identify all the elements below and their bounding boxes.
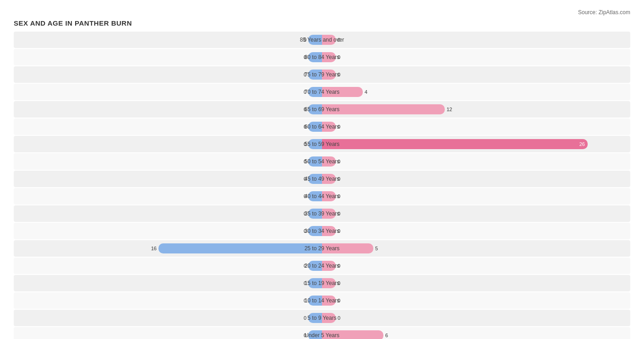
male-value: 0 xyxy=(304,280,306,286)
male-value: 0 xyxy=(304,298,306,303)
female-bar: 0 xyxy=(322,174,336,184)
right-section: 0 xyxy=(322,275,630,291)
bar-row: 0 65 to 69 Years 12 xyxy=(14,101,630,118)
male-value: 0 xyxy=(304,72,306,77)
left-section: 0 xyxy=(14,327,322,339)
male-value: 0 xyxy=(304,37,306,43)
female-bar: 0 xyxy=(322,226,336,236)
bar-row: 0 75 to 79 Years 0 xyxy=(14,66,630,83)
male-value: 0 xyxy=(304,315,306,321)
right-section: 26 xyxy=(322,136,630,152)
male-bar: 0 xyxy=(308,156,322,167)
bar-row: 0 85 Years and over 0 xyxy=(14,32,630,48)
bar-row: 0 55 to 59 Years 26 xyxy=(14,136,630,152)
right-section: 0 xyxy=(322,258,630,274)
right-section: 0 xyxy=(322,171,630,187)
male-bar: 0 xyxy=(308,174,322,184)
bar-row: 0 10 to 14 Years 0 xyxy=(14,292,630,309)
left-section: 16 xyxy=(14,240,322,257)
male-bar: 0 xyxy=(308,104,322,114)
left-section: 0 xyxy=(14,101,322,118)
right-section: 0 xyxy=(322,292,630,309)
left-section: 0 xyxy=(14,275,322,291)
right-section: 0 xyxy=(322,32,630,48)
male-value: 0 xyxy=(304,211,306,216)
female-value: 6 xyxy=(385,333,388,338)
female-bar: 5 xyxy=(322,243,373,253)
female-value: 0 xyxy=(338,194,340,199)
left-section: 0 xyxy=(14,49,322,65)
male-bar: 0 xyxy=(308,52,322,62)
right-section: 0 xyxy=(322,153,630,170)
male-bar: 0 xyxy=(308,226,322,236)
male-value: 0 xyxy=(304,107,306,112)
female-bar: 0 xyxy=(322,209,336,219)
left-section: 0 xyxy=(14,171,322,187)
female-bar: 26 xyxy=(322,139,588,149)
female-value: 0 xyxy=(338,72,340,77)
right-section: 0 xyxy=(322,188,630,204)
male-bar: 0 xyxy=(308,122,322,132)
female-bar: 4 xyxy=(322,87,363,97)
female-value: 0 xyxy=(338,54,340,60)
left-section: 0 xyxy=(14,136,322,152)
left-section: 0 xyxy=(14,292,322,309)
male-value: 0 xyxy=(304,194,306,199)
bar-row: 0 40 to 44 Years 0 xyxy=(14,188,630,204)
bar-row: 0 30 to 34 Years 0 xyxy=(14,223,630,239)
right-section: 0 xyxy=(322,205,630,222)
female-bar: 0 xyxy=(322,52,336,62)
left-section: 0 xyxy=(14,118,322,135)
male-value: 0 xyxy=(304,89,306,95)
female-value: 0 xyxy=(338,176,340,182)
male-bar: 0 xyxy=(308,278,322,288)
male-bar: 0 xyxy=(308,209,322,219)
female-bar: 0 xyxy=(322,296,336,306)
female-value: 0 xyxy=(338,159,340,164)
male-value: 0 xyxy=(304,228,306,234)
male-bar: 0 xyxy=(308,139,322,149)
female-value: 0 xyxy=(338,298,340,303)
right-section: 0 xyxy=(322,223,630,239)
rows-container: 0 85 Years and over 0 0 80 to 84 Years 0… xyxy=(14,32,630,339)
left-section: 0 xyxy=(14,84,322,100)
male-bar: 0 xyxy=(308,330,322,339)
left-section: 0 xyxy=(14,188,322,204)
bar-row: 0 20 to 24 Years 0 xyxy=(14,258,630,274)
female-value: 0 xyxy=(338,315,340,321)
left-section: 0 xyxy=(14,205,322,222)
male-bar: 0 xyxy=(308,35,322,45)
chart-title: SEX AND AGE IN PANTHER BURN xyxy=(14,19,630,27)
female-bar: 0 xyxy=(322,191,336,201)
bar-row: 0 5 to 9 Years 0 xyxy=(14,310,630,326)
male-bar: 0 xyxy=(308,191,322,201)
left-section: 0 xyxy=(14,153,322,170)
female-value: 0 xyxy=(338,280,340,286)
male-bar: 0 xyxy=(308,87,322,97)
male-value: 0 xyxy=(304,54,306,60)
bar-row: 0 80 to 84 Years 0 xyxy=(14,49,630,65)
male-bar: 0 xyxy=(308,70,322,80)
female-bar: 0 xyxy=(322,70,336,80)
female-bar: 0 xyxy=(322,261,336,271)
male-bar: 0 xyxy=(308,296,322,306)
female-bar: 0 xyxy=(322,278,336,288)
right-section: 5 xyxy=(322,240,630,257)
female-value: 4 xyxy=(365,89,367,95)
female-bar: 12 xyxy=(322,104,445,114)
bar-row: 0 45 to 49 Years 0 xyxy=(14,171,630,187)
female-value: 12 xyxy=(447,107,452,112)
right-section: 4 xyxy=(322,84,630,100)
left-section: 0 xyxy=(14,258,322,274)
male-value: 0 xyxy=(304,333,306,338)
female-bar: 0 xyxy=(322,35,336,45)
male-value: 0 xyxy=(304,141,306,147)
female-value: 0 xyxy=(338,211,340,216)
bar-row: 0 Under 5 Years 6 xyxy=(14,327,630,339)
right-section: 0 xyxy=(322,118,630,135)
female-bar: 0 xyxy=(322,122,336,132)
left-section: 0 xyxy=(14,223,322,239)
bar-row: 0 50 to 54 Years 0 xyxy=(14,153,630,170)
bar-row: 0 70 to 74 Years 4 xyxy=(14,84,630,100)
female-bar: 0 xyxy=(322,313,336,323)
